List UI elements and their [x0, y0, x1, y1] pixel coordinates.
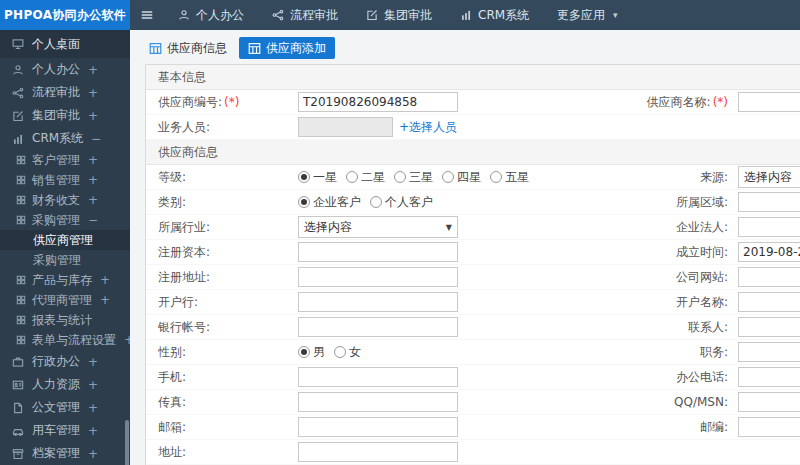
nav-more-apps[interactable]: 更多应用 ▾ [543, 0, 632, 30]
bank-input[interactable] [298, 292, 458, 312]
sidebar-item-label: 报表与统计 [32, 312, 92, 329]
website-input[interactable] [738, 267, 800, 287]
sidebar-item-purchase-mgmt-sub[interactable]: 采购管理 [0, 250, 130, 270]
nav-personal-office[interactable]: 个人办公 [164, 0, 258, 30]
expand-plus-icon[interactable]: + [100, 273, 110, 287]
top-navigation: 个人办公 流程审批 集团审批 CRM系统 更多应用 ▾ [164, 0, 632, 30]
expand-plus-icon[interactable]: + [88, 173, 98, 187]
category-personal-radio[interactable]: 个人客户 [370, 194, 433, 211]
level-star4-radio[interactable]: 四星 [442, 169, 481, 186]
sidebar-item-agent-mgmt[interactable]: 代理商管理 + [0, 290, 130, 310]
section-header-supplier-info: 供应商信息 [146, 140, 800, 165]
edit-icon [366, 9, 378, 21]
mobile-input[interactable] [298, 367, 458, 387]
gender-female-radio[interactable]: 女 [334, 344, 361, 361]
sidebar-scrollbar[interactable] [125, 420, 129, 465]
account-name-input[interactable] [738, 292, 800, 312]
sidebar-item-finance-income-expense[interactable]: 财务收支 + [0, 190, 130, 210]
sales-person-input[interactable] [298, 117, 393, 137]
collapse-minus-icon[interactable]: − [88, 213, 98, 227]
registered-address-input[interactable] [298, 267, 458, 287]
gender-male-radio[interactable]: 男 [298, 344, 325, 361]
tab-supplier-add[interactable]: 供应商添加 [239, 37, 335, 59]
sidebar-item-process-approval[interactable]: 流程审批 + [0, 81, 130, 104]
level-star5-radio[interactable]: 五星 [490, 169, 529, 186]
supplier-no-input[interactable] [298, 92, 458, 112]
sidebar-item-archive-mgmt[interactable]: 档案管理 + [0, 442, 130, 465]
sidebar-item-reports-statistics[interactable]: 报表与统计 [0, 310, 130, 330]
form-row: 供应商编号:(*) 供应商名称:(*) [146, 90, 800, 115]
required-marker: (*) [224, 95, 239, 109]
sidebar-item-personal-office[interactable]: 个人办公 + [0, 58, 130, 81]
fax-input[interactable] [298, 392, 458, 412]
industry-select[interactable]: 选择内容▼ [298, 216, 458, 238]
tab-supplier-info[interactable]: 供应商信息 [140, 37, 236, 59]
field-label: 手机: [146, 369, 298, 386]
sidebar-item-form-flow-settings[interactable]: 表单与流程设置 + [0, 330, 130, 350]
qq-msn-input[interactable] [738, 392, 800, 412]
required-marker: (*) [713, 95, 728, 109]
sidebar-item-label: 集团审批 [32, 107, 80, 124]
legal-person-input[interactable] [738, 217, 800, 237]
sidebar-item-official-doc-mgmt[interactable]: 公文管理 + [0, 396, 130, 419]
field-label: 邮编: [628, 419, 738, 436]
sidebar-item-vehicle-mgmt[interactable]: 用车管理 + [0, 419, 130, 442]
sidebar-item-group-approval[interactable]: 集团审批 + [0, 104, 130, 127]
nav-group-approval[interactable]: 集团审批 [352, 0, 446, 30]
archive-box-icon [12, 448, 25, 460]
sidebar-item-label: CRM系统 [32, 130, 83, 147]
sidebar-item-admin-office[interactable]: 行政办公 + [0, 350, 130, 373]
nav-crm-system[interactable]: CRM系统 [446, 0, 543, 30]
level-star2-radio[interactable]: 二星 [346, 169, 385, 186]
sidebar-item-label: 采购管理 [33, 252, 81, 269]
expand-plus-icon[interactable]: + [88, 424, 98, 438]
sidebar-item-crm-system[interactable]: CRM系统 − [0, 127, 130, 150]
sidebar-item-supplier-mgmt[interactable]: 供应商管理 [0, 230, 130, 250]
sidebar-item-purchase-mgmt[interactable]: 采购管理 − [0, 210, 130, 230]
zipcode-input[interactable] [738, 417, 800, 437]
sidebar-item-customer-mgmt[interactable]: 客户管理 + [0, 150, 130, 170]
sidebar-item-human-resources[interactable]: 人力资源 + [0, 373, 130, 396]
field-label: 来源: [628, 169, 738, 186]
supplier-name-input[interactable] [738, 92, 800, 112]
sidebar-item-label: 表单与流程设置 [32, 332, 116, 349]
expand-plus-icon[interactable]: + [88, 109, 98, 123]
sidebar-item-label: 销售管理 [32, 172, 80, 189]
sidebar-item-sales-mgmt[interactable]: 销售管理 + [0, 170, 130, 190]
contact-input[interactable] [738, 317, 800, 337]
app-window: PHPOA协同办公软件 个人办公 流程审批 集团审批 CRM系统 更多应用 [0, 0, 800, 465]
address-input[interactable] [298, 442, 458, 462]
founded-date-input[interactable] [738, 242, 800, 262]
expand-plus-icon[interactable]: + [100, 293, 110, 307]
nav-label: 集团审批 [384, 7, 432, 24]
expand-plus-icon[interactable]: + [88, 355, 98, 369]
expand-plus-icon[interactable]: + [88, 193, 98, 207]
expand-plus-icon[interactable]: + [88, 401, 98, 415]
expand-plus-icon[interactable]: + [88, 378, 98, 392]
position-input[interactable] [738, 342, 800, 362]
region-input[interactable] [738, 192, 800, 212]
expand-plus-icon[interactable]: + [88, 447, 98, 461]
collapse-minus-icon[interactable]: − [91, 132, 101, 146]
registered-capital-input[interactable] [298, 242, 458, 262]
bank-account-input[interactable] [298, 317, 458, 337]
level-star1-radio[interactable]: 一星 [298, 169, 337, 186]
nav-process-approval[interactable]: 流程审批 [258, 0, 352, 30]
level-star3-radio[interactable]: 三星 [394, 169, 433, 186]
expand-plus-icon[interactable]: + [88, 153, 98, 167]
category-enterprise-radio[interactable]: 企业客户 [298, 194, 361, 211]
office-phone-input[interactable] [738, 367, 800, 387]
sidebar-item-label: 个人办公 [32, 61, 80, 78]
form-row: 手机: 办公电话: [146, 365, 800, 390]
expand-plus-icon[interactable]: + [88, 63, 98, 77]
expand-plus-icon[interactable]: + [88, 86, 98, 100]
hamburger-menu-icon[interactable] [130, 0, 164, 30]
choose-person-link[interactable]: +选择人员 [399, 119, 457, 136]
submenu-grid-icon [16, 315, 27, 325]
sidebar-item-personal-desktop[interactable]: 个人桌面 [0, 30, 130, 58]
submenu-grid-icon [16, 215, 27, 225]
email-input[interactable] [298, 417, 458, 437]
source-select[interactable]: 选择内容▼ [738, 166, 800, 188]
sidebar-item-product-inventory[interactable]: 产品与库存 + [0, 270, 130, 290]
field-label: 注册地址: [146, 269, 298, 286]
